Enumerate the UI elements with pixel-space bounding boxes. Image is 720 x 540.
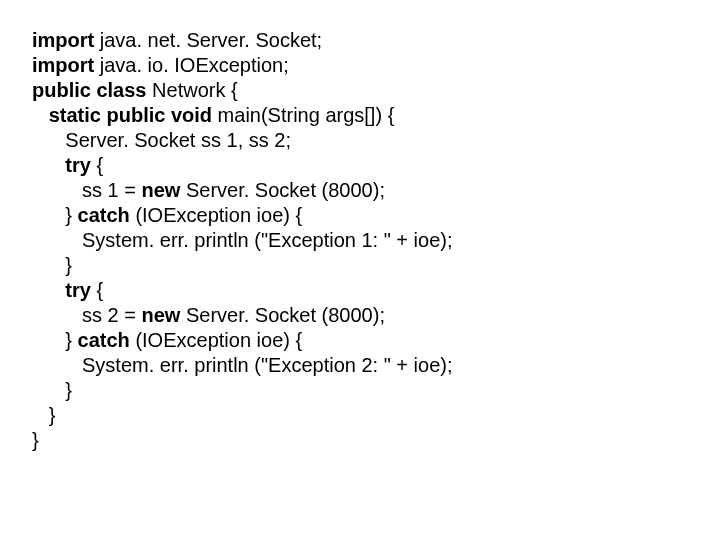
code-text: } (49, 404, 56, 426)
code-text: Network { (152, 79, 238, 101)
code-line: } catch (IOException ioe) { (32, 203, 720, 228)
code-line: } (32, 253, 720, 278)
code-block: import java. net. Server. Socket;import … (0, 0, 720, 453)
code-text: ss 1 = (82, 179, 141, 201)
code-line: System. err. println ("Exception 2: " + … (32, 353, 720, 378)
code-line: try { (32, 153, 720, 178)
code-text: } (65, 329, 77, 351)
code-text: ss 2 = (82, 304, 141, 326)
keyword: try (65, 154, 96, 176)
code-text: Server. Socket (8000); (186, 304, 385, 326)
keyword: catch (78, 204, 136, 226)
code-text: { (96, 279, 103, 301)
code-line: System. err. println ("Exception 1: " + … (32, 228, 720, 253)
code-line: } catch (IOException ioe) { (32, 328, 720, 353)
code-text: } (65, 204, 77, 226)
code-line: public class Network { (32, 78, 720, 103)
code-text: { (96, 154, 103, 176)
keyword: new (142, 304, 186, 326)
code-text: (IOException ioe) { (135, 329, 302, 351)
code-text: Server. Socket ss 1, ss 2; (65, 129, 291, 151)
keyword: public class (32, 79, 152, 101)
keyword: import (32, 29, 100, 51)
code-text: System. err. println ("Exception 1: " + … (82, 229, 452, 251)
code-text: System. err. println ("Exception 2: " + … (82, 354, 452, 376)
code-line: } (32, 403, 720, 428)
code-text: } (65, 254, 72, 276)
code-text: java. net. Server. Socket; (100, 29, 322, 51)
code-text: (IOException ioe) { (135, 204, 302, 226)
code-line: } (32, 378, 720, 403)
keyword: catch (78, 329, 136, 351)
code-line: import java. net. Server. Socket; (32, 28, 720, 53)
code-line: Server. Socket ss 1, ss 2; (32, 128, 720, 153)
code-line: static public void main(String args[]) { (32, 103, 720, 128)
code-text: java. io. IOException; (100, 54, 289, 76)
code-text: main(String args[]) { (218, 104, 395, 126)
code-text: } (65, 379, 72, 401)
code-line: ss 2 = new Server. Socket (8000); (32, 303, 720, 328)
code-text: } (32, 429, 39, 451)
code-line: try { (32, 278, 720, 303)
code-line: import java. io. IOException; (32, 53, 720, 78)
code-text: Server. Socket (8000); (186, 179, 385, 201)
keyword: new (142, 179, 186, 201)
keyword: import (32, 54, 100, 76)
keyword: static public void (49, 104, 218, 126)
code-line: ss 1 = new Server. Socket (8000); (32, 178, 720, 203)
keyword: try (65, 279, 96, 301)
code-line: } (32, 428, 720, 453)
